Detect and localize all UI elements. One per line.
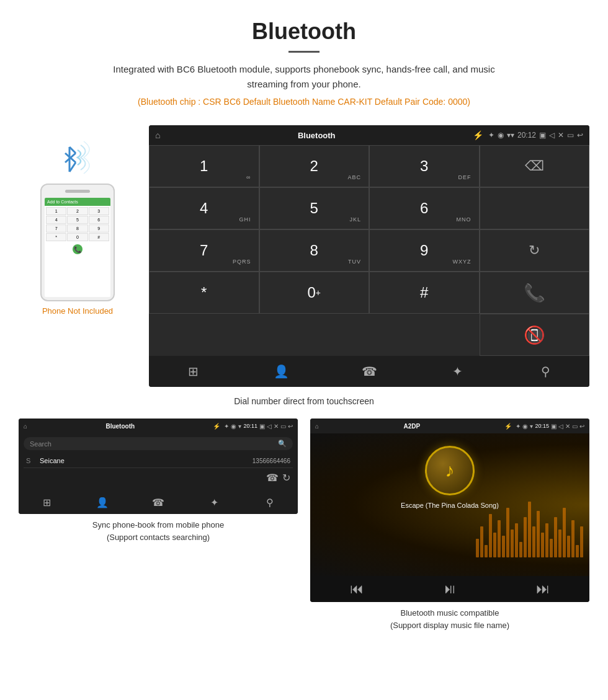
dial-backspace[interactable]: ⌫ [480, 145, 590, 187]
pb-sig-icon: ▾ [238, 423, 241, 430]
music-equalizer [476, 502, 589, 557]
phone-key-5[interactable]: 5 [67, 216, 87, 224]
music-win-icon: ▭ [572, 423, 578, 430]
music-song-title: Escape (The Pina Colada Song) [401, 502, 499, 509]
dial-key-8[interactable]: 8TUV [259, 229, 370, 272]
music-loc-icon: ◉ [522, 423, 528, 430]
contact-row[interactable]: S Seicane 13566664466 [24, 454, 293, 468]
nav-phone[interactable]: ☎ [325, 361, 413, 382]
pb-nav-bluetooth[interactable]: ✦ [186, 494, 242, 511]
nav-link[interactable]: ⚲ [501, 361, 589, 382]
dial-key-7[interactable]: 7PQRS [149, 229, 259, 272]
pb-refresh-icon[interactable]: ↻ [282, 472, 290, 484]
phone-key-7[interactable]: 7 [46, 224, 66, 233]
home-icon[interactable]: ⌂ [155, 130, 160, 140]
pb-nav-bar: ⊞ 👤 ☎ ✦ ⚲ [19, 491, 298, 514]
dial-key-star[interactable]: * [149, 272, 259, 314]
music-close-icon[interactable]: ✕ [565, 423, 570, 430]
pb-time: 20:11 [243, 423, 257, 429]
location-icon: ◉ [498, 131, 504, 140]
back-icon[interactable]: ↩ [577, 131, 583, 140]
phone-key-4[interactable]: 4 [46, 216, 66, 224]
title-divider [288, 51, 320, 53]
music-icons-right: ✦ ◉ ▾ 20:15 ▣ ◁ ✕ ▭ ↩ [516, 423, 584, 430]
play-pause-button[interactable]: ⏯ [443, 581, 457, 597]
dial-key-1[interactable]: 1∞ [149, 145, 259, 187]
contact-phone: 13566664466 [253, 458, 290, 464]
pb-close-icon[interactable]: ✕ [274, 423, 279, 430]
phone-key-1[interactable]: 1 [46, 207, 66, 215]
nav-dialpad[interactable]: ⊞ [149, 361, 237, 382]
music-bt-icon: ✦ [516, 423, 521, 430]
pb-back-icon[interactable]: ↩ [288, 423, 293, 430]
phone-keypad: 1 2 3 4 5 6 7 8 9 * 0 # [45, 206, 110, 242]
camera-icon: ▣ [539, 131, 546, 140]
phone-key-2[interactable]: 2 [67, 207, 87, 215]
pb-icons-right: ✦ ◉ ▾ 20:11 ▣ ◁ ✕ ▭ ↩ [224, 423, 293, 430]
phone-screen-header: Add to Contacts MORE [45, 198, 110, 206]
music-title: A2DP [323, 423, 501, 430]
dial-call-button[interactable]: 📞 [480, 272, 590, 314]
phone-mockup-area: Add to Contacts MORE 1 2 3 4 5 6 7 8 9 *… [19, 125, 136, 316]
prev-button[interactable]: ⏮ [350, 581, 364, 597]
phonebook-caption: Sync phone-book from mobile phone (Suppo… [19, 519, 298, 543]
music-vol-icon: ◁ [558, 423, 563, 430]
phonebook-content: Search 🔍 S Seicane 13566664466 ☎ ↻ [19, 433, 298, 491]
pb-home-icon[interactable]: ⌂ [24, 423, 27, 430]
pb-loc-icon: ◉ [231, 423, 236, 430]
dial-status-bar: ⌂ Bluetooth ⚡ ✦ ◉ ▾▾ 20:12 ▣ ◁ ✕ ▭ ↩ [149, 125, 589, 145]
music-time: 20:15 [535, 423, 549, 429]
close-icon[interactable]: ✕ [558, 131, 564, 140]
nav-bluetooth[interactable]: ✦ [413, 361, 501, 382]
phone-key-hash[interactable]: # [89, 233, 109, 241]
phone-key-8[interactable]: 8 [67, 224, 87, 233]
pb-phone-icon[interactable]: ☎ [266, 472, 279, 484]
dial-key-9[interactable]: 9WXYZ [369, 229, 480, 272]
phone-key-3[interactable]: 3 [89, 207, 109, 215]
dial-screen: ⌂ Bluetooth ⚡ ✦ ◉ ▾▾ 20:12 ▣ ◁ ✕ ▭ ↩ 1 [149, 125, 589, 387]
nav-contacts[interactable]: 👤 [237, 361, 325, 382]
phone-key-0[interactable]: 0 [67, 233, 87, 241]
page-title: Bluetooth [12, 19, 596, 45]
green-phone-icon: 📞 [524, 283, 545, 303]
red-phone-icon: 📵 [524, 325, 545, 345]
search-placeholder: Search [30, 440, 51, 448]
contact-letter: S [26, 457, 35, 464]
page-specs: (Bluetooth chip : CSR BC6 Default Blueto… [12, 97, 596, 107]
pb-nav-contacts[interactable]: 👤 [74, 494, 130, 511]
signal-icon: ▾▾ [507, 131, 514, 140]
phone-key-star[interactable]: * [46, 233, 66, 241]
dial-key-2[interactable]: 2ABC [259, 145, 370, 187]
dial-key-6[interactable]: 6MNO [369, 187, 480, 229]
bottom-row: ⌂ Bluetooth ⚡ ✦ ◉ ▾ 20:11 ▣ ◁ ✕ ▭ ↩ Sear… [0, 419, 608, 631]
page-description: Integrated with BC6 Bluetooth module, su… [93, 62, 515, 92]
search-bar[interactable]: Search 🔍 [24, 437, 293, 450]
dial-key-5[interactable]: 5JKL [259, 187, 370, 229]
pb-nav-link[interactable]: ⚲ [242, 494, 298, 511]
music-back-icon[interactable]: ↩ [579, 423, 584, 430]
pb-usb-icon: ⚡ [213, 423, 220, 430]
backspace-icon: ⌫ [525, 158, 544, 174]
contact-name: Seicane [40, 457, 248, 464]
dial-end-call[interactable]: 📵 [480, 314, 590, 356]
phonebook-status-bar: ⌂ Bluetooth ⚡ ✦ ◉ ▾ 20:11 ▣ ◁ ✕ ▭ ↩ [19, 419, 298, 433]
music-caption: Bluetooth music compatible (Support disp… [310, 607, 589, 631]
dial-key-3[interactable]: 3DEF [369, 145, 480, 187]
music-home-icon[interactable]: ⌂ [315, 423, 319, 430]
usb-icon: ⚡ [473, 130, 483, 140]
phone-key-6[interactable]: 6 [89, 216, 109, 224]
pb-nav-phone[interactable]: ☎ [130, 494, 186, 511]
phone-key-9[interactable]: 9 [89, 224, 109, 233]
dial-empty-1 [480, 187, 590, 229]
dial-key-4[interactable]: 4GHI [149, 187, 259, 229]
dial-key-hash[interactable]: # [369, 272, 480, 314]
pb-win-icon: ▭ [280, 423, 286, 430]
dial-screen-title: Bluetooth [165, 131, 468, 140]
music-content: ♪ Escape (The Pina Colada Song) [310, 433, 589, 576]
phone-call-button[interactable]: 📞 [73, 244, 83, 254]
pb-nav-dialpad[interactable]: ⊞ [19, 494, 74, 511]
dial-key-0[interactable]: 0+ [259, 272, 370, 314]
dial-refresh[interactable]: ↻ [480, 229, 590, 272]
music-usb-icon: ⚡ [504, 423, 512, 430]
next-button[interactable]: ⏭ [536, 581, 550, 597]
